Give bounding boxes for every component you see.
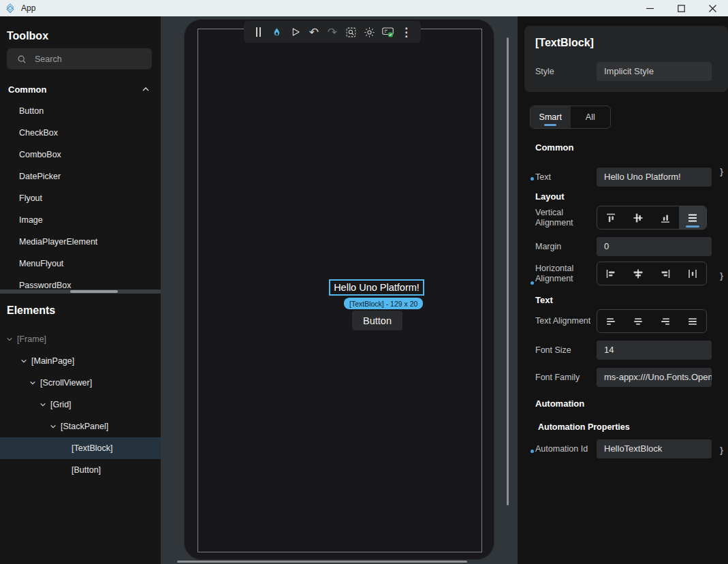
modified-indicator bbox=[531, 450, 534, 453]
margin-row: Margin 0 bbox=[535, 237, 721, 256]
section-automation: Automation bbox=[535, 398, 584, 409]
align-top-icon bbox=[604, 211, 618, 225]
tree-item-stackpanel[interactable]: [StackPanel] bbox=[0, 416, 161, 437]
horizontal-alignment-label: Horizontal Alignment bbox=[535, 264, 597, 284]
designer-toolbar: ↶ ↷ bbox=[244, 21, 421, 43]
toolbox-item-combobox[interactable]: ComboBox bbox=[0, 144, 161, 166]
toolbox-scrollbar[interactable] bbox=[0, 289, 161, 294]
text-input[interactable]: Hello Uno Platform! bbox=[597, 168, 712, 187]
margin-input[interactable]: 0 bbox=[597, 237, 712, 256]
font-family-row: Font Family ms-appx:///Uno.Fonts.OpenSan bbox=[535, 368, 721, 387]
selected-element-card: [TextBlock] Style Implicit Style bbox=[524, 26, 728, 92]
vertical-alignment-row: Vertical Alignment bbox=[535, 206, 721, 230]
automation-id-row: Automation Id HelloTextBlock bbox=[535, 439, 721, 458]
tree-item-textblock[interactable]: [TextBlock] bbox=[0, 437, 161, 459]
text-align-center-icon bbox=[631, 315, 645, 328]
textalign-right-button[interactable] bbox=[652, 310, 679, 332]
tree-item-mainpage[interactable]: [MainPage] bbox=[0, 350, 161, 372]
font-size-input[interactable]: 14 bbox=[597, 341, 712, 360]
close-button[interactable] bbox=[697, 0, 728, 16]
redo-icon[interactable]: ↷ bbox=[325, 25, 340, 40]
maximize-button[interactable] bbox=[665, 0, 697, 16]
halign-stretch-button[interactable] bbox=[679, 262, 706, 285]
canvas-textblock-selected[interactable]: Hello Uno Platform! bbox=[329, 279, 424, 296]
canvas-button[interactable]: Button bbox=[352, 311, 402, 330]
chevron-down-icon bbox=[39, 401, 46, 408]
text-align-justify-icon bbox=[686, 315, 699, 328]
toolbox-item-checkbox[interactable]: CheckBox bbox=[0, 122, 161, 144]
text-align-left-icon bbox=[604, 315, 618, 328]
minimize-button[interactable] bbox=[634, 0, 665, 16]
font-family-label: Font Family bbox=[535, 373, 597, 383]
chevron-down-icon bbox=[20, 358, 27, 364]
modified-indicator bbox=[531, 177, 534, 181]
play-icon[interactable] bbox=[288, 25, 303, 40]
valign-top-button[interactable] bbox=[597, 206, 624, 229]
toolbox-item-datepicker[interactable]: DatePicker bbox=[0, 166, 161, 187]
search-placeholder: Search bbox=[35, 54, 62, 64]
halign-right-button[interactable] bbox=[652, 262, 679, 285]
toolbox-item-button[interactable]: Button bbox=[0, 100, 161, 122]
text-alignment-group bbox=[597, 309, 707, 333]
font-size-label: Font Size bbox=[535, 345, 597, 356]
toolbox-section-common[interactable]: Common bbox=[0, 80, 161, 98]
style-input[interactable]: Implicit Style bbox=[597, 62, 712, 81]
device-status-check-icon[interactable] bbox=[380, 25, 395, 40]
textalign-justify-button[interactable] bbox=[679, 310, 706, 332]
toolbox-search-input[interactable]: Search bbox=[7, 48, 152, 69]
font-family-input[interactable]: ms-appx:///Uno.Fonts.OpenSan bbox=[597, 368, 712, 387]
tree-item-grid[interactable]: [Grid] bbox=[0, 394, 161, 416]
vertical-alignment-group bbox=[597, 206, 707, 230]
binding-icon[interactable]: } bbox=[720, 270, 728, 281]
canvas-horizontal-scrollbar[interactable] bbox=[177, 561, 467, 563]
drag-handle-icon[interactable] bbox=[251, 25, 266, 40]
section-common: Common bbox=[535, 142, 573, 153]
binding-icon[interactable]: } bbox=[720, 166, 728, 176]
hot-design-flame-icon[interactable] bbox=[270, 25, 285, 40]
toolbox-item-image[interactable]: Image bbox=[0, 209, 161, 231]
horizontal-alignment-group bbox=[597, 262, 707, 285]
undo-icon[interactable]: ↶ bbox=[306, 25, 321, 40]
inspect-element-icon[interactable] bbox=[343, 25, 358, 40]
valign-center-button[interactable] bbox=[624, 206, 652, 229]
automation-id-label: Automation Id bbox=[535, 444, 597, 454]
tab-all[interactable]: All bbox=[571, 106, 611, 128]
toolbox-item-menuflyout[interactable]: MenuFlyout bbox=[0, 253, 161, 275]
binding-icon[interactable]: } bbox=[720, 445, 728, 455]
properties-panel: [TextBlock] Style Implicit Style Smart A… bbox=[518, 16, 728, 564]
app-logo-icon bbox=[5, 3, 16, 14]
automation-properties-subheader: Automation Properties bbox=[538, 422, 630, 432]
chevron-up-icon bbox=[142, 85, 150, 93]
halign-center-button[interactable] bbox=[624, 262, 652, 285]
horizontal-alignment-row: Horizontal Alignment bbox=[535, 262, 721, 285]
margin-label: Margin bbox=[535, 242, 597, 252]
align-right-icon bbox=[659, 267, 672, 281]
left-sidebar: Toolbox Search Common Button CheckBox Co… bbox=[0, 16, 161, 564]
textalign-left-button[interactable] bbox=[597, 310, 624, 332]
tree-item-scrollviewer[interactable]: [ScrollViewer] bbox=[0, 372, 161, 394]
canvas-vertical-scrollbar[interactable] bbox=[507, 37, 509, 505]
text-alignment-row: Text Alignment bbox=[535, 309, 721, 333]
toolbox-item-flyout[interactable]: Flyout bbox=[0, 187, 161, 209]
automation-id-input[interactable]: HelloTextBlock bbox=[597, 439, 712, 458]
section-text: Text bbox=[535, 295, 553, 305]
theme-toggle-icon[interactable] bbox=[362, 25, 377, 40]
font-size-row: Font Size 14 bbox=[535, 341, 721, 360]
more-options-icon[interactable]: ⋮ bbox=[398, 25, 413, 40]
page-bounds: Hello Uno Platform! [TextBlock] - 129 x … bbox=[197, 29, 482, 552]
tree-item-frame[interactable]: [Frame] bbox=[0, 328, 161, 350]
tab-smart[interactable]: Smart bbox=[531, 106, 571, 128]
valign-bottom-button[interactable] bbox=[652, 206, 679, 229]
chevron-down-icon bbox=[29, 379, 36, 386]
align-left-icon bbox=[604, 267, 618, 281]
halign-left-button[interactable] bbox=[597, 262, 624, 285]
text-align-right-icon bbox=[659, 315, 672, 328]
toolbox-item-mediaplayerelement[interactable]: MediaPlayerElement bbox=[0, 231, 161, 253]
valign-stretch-button[interactable] bbox=[679, 206, 706, 229]
align-center-vertical-icon bbox=[631, 211, 645, 225]
tree-item-button[interactable]: [Button] bbox=[0, 459, 161, 481]
textalign-center-button[interactable] bbox=[624, 310, 652, 332]
window-titlebar: App bbox=[0, 0, 728, 16]
design-canvas: Hello Uno Platform! [TextBlock] - 129 x … bbox=[161, 16, 518, 564]
property-tabs: Smart All bbox=[530, 106, 611, 129]
